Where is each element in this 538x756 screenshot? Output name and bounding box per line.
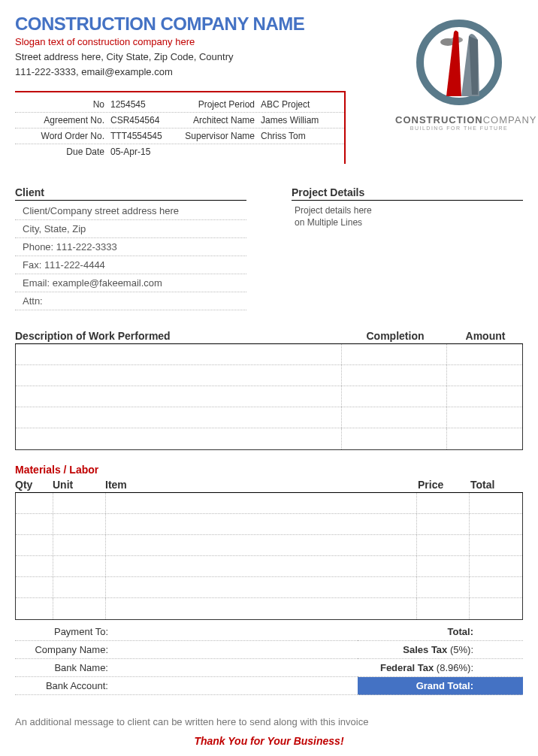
- logo-tagline: BUILDING FOR THE FUTURE: [395, 125, 523, 131]
- meta-architect-label: Architect Name: [177, 115, 259, 125]
- payment-company-label: Company Name:: [15, 644, 113, 655]
- client-fax: Fax: 111-222-4444: [15, 256, 246, 274]
- client-email: Email: example@fakeemail.com: [15, 274, 246, 292]
- footer-message: An additional message to client can be w…: [15, 716, 523, 727]
- materials-title: Materials / Labor: [15, 464, 523, 476]
- work-table: [15, 344, 523, 450]
- meta-agreement-value: CSR454564: [109, 115, 177, 125]
- client-title: Client: [15, 186, 246, 201]
- mat-qty-header: Qty: [15, 479, 53, 492]
- work-amount-header: Amount: [448, 330, 523, 343]
- logo-icon: [410, 14, 508, 111]
- client-address: Client/Company street address here: [15, 202, 246, 220]
- mat-item-header: Item: [105, 479, 418, 492]
- logo-brand: CONSTRUCTIONCOMPANY: [395, 114, 523, 125]
- work-header: Description of Work Performed Completion…: [15, 330, 523, 344]
- meta-supervisor-value: Chriss Tom: [259, 131, 344, 141]
- totals-block: Total: Sales Tax (5%): Federal Tax (8.96…: [358, 623, 523, 695]
- payment-info: Payment To: Company Name: Bank Name: Ban…: [15, 623, 358, 695]
- meta-period-value: ABC Project: [259, 99, 344, 110]
- meta-architect-value: James William: [259, 115, 344, 125]
- meta-no-value: 1254545: [109, 99, 177, 110]
- client-box: Client Client/Company street address her…: [15, 186, 246, 310]
- mat-total-header: Total: [470, 479, 523, 492]
- project-details-box: Project Details Project details here on …: [292, 186, 523, 310]
- federal-tax-label: Federal Tax: [380, 662, 434, 673]
- meta-wordorder-label: Word Order No.: [15, 131, 109, 141]
- meta-wordorder-value: TTT4554545: [109, 131, 177, 141]
- mat-price-header: Price: [418, 479, 470, 492]
- meta-duedate-value: 05-Apr-15: [109, 147, 177, 157]
- client-attn: Attn:: [15, 292, 246, 310]
- client-citystate: City, State, Zip: [15, 220, 246, 238]
- meta-duedate-label: Due Date: [15, 147, 109, 157]
- payment-account-label: Bank Account:: [15, 680, 113, 691]
- mat-unit-header: Unit: [53, 479, 105, 492]
- sales-tax-label: Sales Tax: [403, 644, 447, 655]
- project-line1: Project details here: [295, 205, 520, 217]
- materials-header: Qty Unit Item Price Total: [15, 479, 523, 493]
- payment-bank-label: Bank Name:: [15, 662, 113, 673]
- federal-tax-pct: (8.96%):: [434, 662, 473, 673]
- grand-total-label: Grand Total:: [358, 680, 478, 691]
- meta-supervisor-label: Supervisor Name: [177, 131, 259, 141]
- meta-agreement-label: Agreement No.: [15, 115, 109, 125]
- company-logo: CONSTRUCTIONCOMPANY BUILDING FOR THE FUT…: [395, 14, 523, 131]
- client-phone: Phone: 111-222-3333: [15, 238, 246, 256]
- document-header: CONSTRUCTION COMPANY NAME Slogan text of…: [15, 14, 523, 77]
- work-desc-header: Description of Work Performed: [15, 330, 343, 343]
- materials-table: [15, 493, 523, 620]
- sales-tax-pct: (5%):: [447, 644, 473, 655]
- project-line2: on Multiple Lines: [295, 217, 520, 229]
- project-meta: No 1254545 Project Period ABC Project Ag…: [15, 91, 346, 164]
- project-details-title: Project Details: [292, 186, 523, 201]
- meta-no-label: No: [15, 99, 109, 110]
- work-completion-header: Completion: [343, 330, 448, 343]
- meta-period-label: Project Period: [177, 99, 259, 110]
- payment-to-label: Payment To:: [15, 626, 113, 637]
- thank-you: Thank You for Your Business!: [15, 735, 523, 747]
- total-label: Total:: [448, 626, 473, 637]
